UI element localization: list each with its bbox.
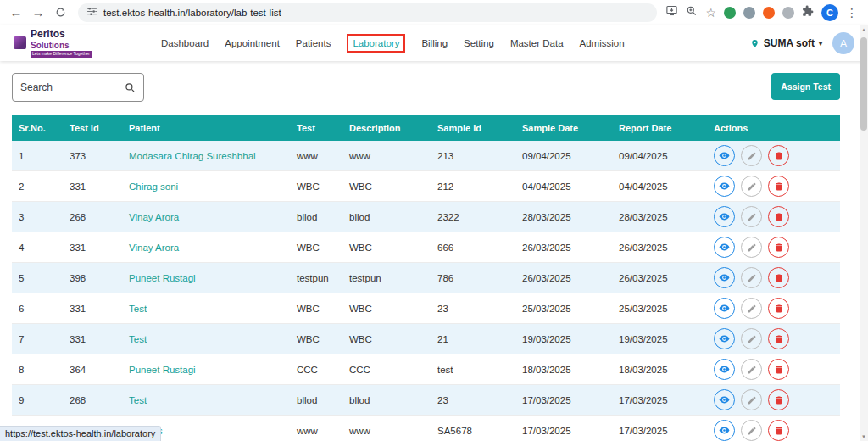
patient-link[interactable]: Vinay Arora xyxy=(129,212,179,222)
user-avatar[interactable]: A xyxy=(832,32,854,54)
eye-icon xyxy=(719,303,730,314)
delete-button[interactable] xyxy=(768,328,789,349)
patient-link[interactable]: Test xyxy=(129,304,147,314)
eye-icon xyxy=(719,272,730,283)
patient-link[interactable]: Puneet Rustagi xyxy=(129,365,196,375)
lab-test-table: Sr.No.Test IdPatientTestDescriptionSampl… xyxy=(12,115,840,441)
patient-link[interactable]: Test xyxy=(129,334,147,344)
edit-button[interactable] xyxy=(741,237,762,258)
test-cell: WBC xyxy=(290,232,342,263)
trash-icon xyxy=(774,365,784,375)
browser-actions: ☆ C ⋮ xyxy=(665,4,861,21)
delete-button[interactable] xyxy=(768,145,789,166)
scrollbar-thumb[interactable] xyxy=(860,37,867,131)
trash-icon xyxy=(774,212,784,222)
org-selector[interactable]: SUMA soft ▾ xyxy=(750,37,822,49)
view-button[interactable] xyxy=(714,298,735,319)
pencil-icon xyxy=(747,395,757,405)
delete-button[interactable] xyxy=(768,359,789,380)
sample-date-cell: 17/03/2025 xyxy=(515,416,612,441)
nav-item-master-data[interactable]: Master Data xyxy=(510,38,564,48)
delete-button[interactable] xyxy=(768,420,789,441)
patient-link[interactable]: Modasara Chirag Sureshbhai xyxy=(129,151,256,161)
nav-item-patients[interactable]: Patients xyxy=(296,38,331,48)
org-name: SUMA soft xyxy=(764,37,815,49)
delete-button[interactable] xyxy=(768,176,789,197)
extension-icon-2[interactable] xyxy=(743,7,755,19)
url-bar[interactable]: test.ektos-health.in/laboratory/lab-test… xyxy=(78,3,657,22)
assign-test-button[interactable]: Assign Test xyxy=(771,73,840,100)
patient-link[interactable]: Test xyxy=(129,395,147,405)
patient-link[interactable]: Chirag soni xyxy=(129,181,178,192)
delete-button[interactable] xyxy=(768,206,789,227)
extension-icon-3[interactable] xyxy=(763,7,775,19)
search-input[interactable] xyxy=(20,81,125,93)
trash-icon xyxy=(774,426,784,436)
edit-button[interactable] xyxy=(741,206,762,227)
actions-cell xyxy=(707,293,840,324)
column-header: Patient xyxy=(122,115,290,141)
patient-link[interactable]: Puneet Rustagi xyxy=(129,273,196,283)
report-date-cell: 09/04/2025 xyxy=(612,141,707,171)
nav-item-billing[interactable]: Billing xyxy=(421,38,448,48)
view-button[interactable] xyxy=(714,145,735,166)
install-icon[interactable] xyxy=(665,4,678,20)
test-cell: WBC xyxy=(290,293,342,324)
forward-button[interactable]: → xyxy=(29,3,47,22)
view-button[interactable] xyxy=(714,176,735,197)
description-cell: bllod xyxy=(342,385,431,416)
view-button[interactable] xyxy=(714,237,735,258)
view-button[interactable] xyxy=(714,267,735,288)
table-row: 6331TestWBCWBC2325/03/202525/03/2025 xyxy=(12,293,840,324)
view-button[interactable] xyxy=(714,328,735,349)
view-button[interactable] xyxy=(714,206,735,227)
edit-button[interactable] xyxy=(741,176,762,197)
edit-button[interactable] xyxy=(741,328,762,349)
delete-button[interactable] xyxy=(768,237,789,258)
profile-avatar[interactable]: C xyxy=(821,4,838,21)
sr-cell: 4 xyxy=(12,232,63,263)
nav-item-appointment[interactable]: Appointment xyxy=(225,38,280,48)
actions-cell xyxy=(707,232,840,263)
edit-button[interactable] xyxy=(741,145,762,166)
report-date-cell: 19/03/2025 xyxy=(612,324,707,354)
edit-button[interactable] xyxy=(741,298,762,319)
actions-cell xyxy=(707,263,840,293)
view-button[interactable] xyxy=(714,420,735,441)
view-button[interactable] xyxy=(714,389,735,410)
eye-icon xyxy=(719,211,730,222)
description-cell: WBC xyxy=(342,232,431,263)
edit-button[interactable] xyxy=(741,267,762,288)
eye-icon xyxy=(719,394,730,405)
extension-icon-4[interactable] xyxy=(782,7,794,19)
zoom-icon[interactable] xyxy=(686,5,698,20)
edit-button[interactable] xyxy=(741,359,762,380)
delete-button[interactable] xyxy=(768,267,789,288)
view-button[interactable] xyxy=(714,359,735,380)
search-icon[interactable] xyxy=(125,82,136,93)
nav-item-setting[interactable]: Setting xyxy=(464,38,494,48)
nav-item-admission[interactable]: Admission xyxy=(580,38,625,48)
scroll-down-icon[interactable]: ▼ xyxy=(860,434,868,439)
back-button[interactable]: ← xyxy=(7,3,25,22)
test-cell: CCC xyxy=(290,354,342,385)
browser-menu-icon[interactable]: ⋮ xyxy=(846,6,858,20)
edit-button[interactable] xyxy=(741,389,762,410)
extension-icon-1[interactable] xyxy=(724,7,736,19)
delete-button[interactable] xyxy=(768,298,789,319)
reload-button[interactable] xyxy=(51,3,70,22)
scroll-up-icon[interactable]: ▲ xyxy=(860,27,868,32)
extensions-puzzle-icon[interactable] xyxy=(802,5,814,20)
site-info-icon[interactable] xyxy=(86,5,97,20)
description-cell: WBC xyxy=(342,293,431,324)
patient-link[interactable]: Vinay Arora xyxy=(129,243,179,253)
bookmark-star-icon[interactable]: ☆ xyxy=(705,6,716,20)
report-date-cell: 25/03/2025 xyxy=(612,293,707,324)
sample-id-cell: test xyxy=(431,354,515,385)
vertical-scrollbar[interactable]: ▲ ▼ xyxy=(860,25,868,441)
edit-button[interactable] xyxy=(741,420,762,441)
nav-item-dashboard[interactable]: Dashboard xyxy=(161,38,209,48)
test-cell: WBC xyxy=(290,324,342,354)
nav-item-laboratory[interactable]: Laboratory xyxy=(347,34,405,53)
delete-button[interactable] xyxy=(768,389,789,410)
